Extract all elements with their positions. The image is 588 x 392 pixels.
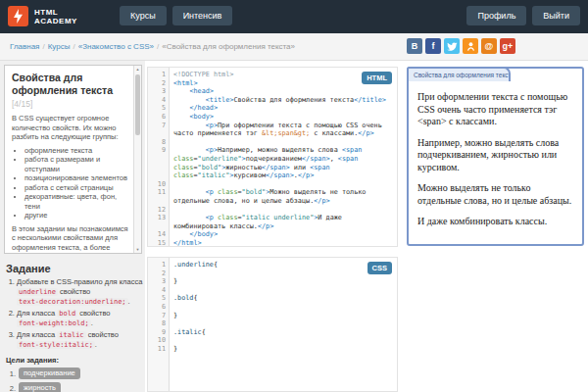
line-number: 12: [148, 206, 170, 215]
browser-preview: Свойства для оформления текста При оформ…: [407, 67, 584, 246]
code-line: 5.bold{: [148, 294, 397, 303]
lesson-progress: [4/15]: [12, 99, 32, 109]
task-title: Задание: [6, 263, 143, 274]
breadcrumb-separator: /: [157, 42, 159, 51]
line-number: 9: [148, 146, 170, 155]
scroll-up-icon[interactable]: ▲: [134, 67, 141, 72]
code-line: 10: [148, 180, 397, 189]
line-number: 4: [148, 96, 170, 105]
task-text: .: [128, 297, 130, 306]
code-text: </body>: [170, 230, 397, 239]
code-text: </head>: [170, 104, 397, 113]
task-text: Для класса: [17, 309, 57, 318]
code-text: }: [170, 277, 397, 286]
task-panel: Задание Добавьте в CSS-правило для класс…: [6, 263, 143, 392]
twitter-icon[interactable]: [444, 38, 460, 54]
code-text: [170, 138, 397, 147]
code-text: [170, 180, 397, 189]
lesson-title: Свойства для оформления текста [4/15]: [12, 72, 129, 111]
task-step-3: Для класса italic свойство font-style:it…: [17, 330, 143, 350]
theory-paragraph-1: В CSS существует огромное количество сво…: [12, 114, 129, 142]
htmlacademy-logo-text: HTML ACADEMY: [34, 8, 77, 25]
code-text: [170, 286, 397, 295]
task-text: Для класса: [17, 330, 57, 339]
breadcrumb-item-2[interactable]: «Знакомство с CSS»: [78, 42, 154, 51]
html-badge: HTML: [362, 72, 392, 84]
line-number: 6: [148, 113, 170, 122]
line-number: 8: [148, 138, 170, 147]
line-number: 4: [148, 286, 170, 295]
code-line: 1<!DOCTYPE html>: [148, 71, 397, 79]
code-text: <head>: [170, 87, 397, 96]
code-line: 3 <head>: [148, 87, 397, 96]
task-text: .: [95, 340, 97, 349]
line-number: 10: [148, 180, 170, 189]
line-number: 1: [148, 71, 170, 79]
vk-icon[interactable]: В: [407, 38, 422, 54]
theory-bullet-list: оформление текстаработа с размерами и от…: [24, 146, 129, 220]
breadcrumb-separator: /: [42, 42, 44, 51]
breadcrumb-separator: /: [73, 42, 74, 51]
navbar-right: ПрофильВыйти: [466, 6, 580, 25]
nav-right-button-0[interactable]: Профиль: [466, 6, 526, 25]
line-number: 14: [148, 230, 170, 239]
scrollbar-thumb[interactable]: [135, 74, 140, 135]
mailru-icon[interactable]: @: [481, 38, 497, 54]
code-line: 15</html>: [148, 239, 397, 247]
line-number: 3: [148, 87, 170, 96]
goals-title: Цели задания:: [6, 356, 143, 365]
facebook-icon[interactable]: f: [425, 38, 441, 54]
top-navbar: HTML ACADEMY КурсыИнтенсив ПрофильВыйти: [0, 0, 588, 33]
code-text: [170, 303, 397, 312]
nav-button-0[interactable]: Курсы: [120, 6, 167, 25]
code-text: <body>: [170, 113, 397, 122]
code-text: .italic{: [170, 328, 397, 337]
code-line: 5 </head>: [148, 104, 397, 113]
task-step-2: Для класса bold свойство font-weight:bol…: [17, 309, 143, 328]
line-number: 10: [148, 336, 170, 345]
html-editor[interactable]: 1<!DOCTYPE html>2<html>3 <head>4 <title>…: [147, 67, 398, 247]
line-number: 7: [148, 122, 170, 130]
navbar-menu: КурсыИнтенсив: [120, 6, 232, 25]
googleplus-icon[interactable]: g+: [500, 38, 515, 54]
code-line: 12: [148, 206, 397, 215]
task-text: Добавьте в CSS-правило для класса: [17, 277, 142, 286]
goal-badge: подчеркивание: [19, 368, 80, 379]
nav-right-button-1[interactable]: Выйти: [532, 6, 580, 25]
odnoklassniki-icon[interactable]: [463, 38, 478, 54]
code-line: 11}: [148, 345, 397, 354]
line-number: 15: [148, 239, 170, 247]
theory-bullet: декоративные: цвета, фон, тени: [24, 192, 129, 211]
preview-paragraph: Можно выделять не только отдельные слова…: [417, 182, 573, 207]
breadcrumb-item-0[interactable]: Главная: [10, 42, 39, 51]
code-text: <p class="bold">Можно выделять не только…: [170, 188, 397, 205]
task-step-1: Добавьте в CSS-правило для класса underl…: [17, 277, 143, 307]
theory-scrollbar[interactable]: ▲ ▼: [133, 66, 141, 253]
breadcrumb: Главная/Курсы/«Знакомство с CSS»/«Свойст…: [10, 42, 295, 51]
htmlacademy-logo[interactable]: HTML ACADEMY: [8, 6, 77, 26]
code-line: 6 <body>: [148, 113, 397, 122]
code-line: 10: [148, 336, 397, 345]
code-text: [170, 270, 397, 278]
preview-paragraph: И даже комбинировать классы.: [417, 216, 573, 228]
task-text: .: [91, 318, 93, 327]
code-line: 9 <p>Например, можно выделять слова <spa…: [148, 146, 397, 179]
line-number: 5: [148, 294, 170, 303]
task-text: свойство: [58, 287, 90, 296]
goal-row: 2.жирность: [6, 382, 143, 392]
line-number: 5: [148, 104, 170, 113]
scroll-down-icon[interactable]: ▼: [134, 247, 141, 252]
css-editor[interactable]: 1.underline{23}45.bold{67}89.italic{1011…: [147, 257, 398, 392]
theory-bullet: работа с сеткой страницы: [24, 183, 129, 193]
preview-paragraph: При оформлении текста с помощью CSS очен…: [417, 91, 573, 128]
code-text: [170, 206, 397, 215]
theory-bullet: позиционирование элементов: [24, 173, 129, 183]
nav-button-1[interactable]: Интенсив: [172, 6, 233, 25]
social-share-icons: Вf@g+: [407, 38, 515, 54]
line-number: 2: [148, 270, 170, 278]
breadcrumb-item-1[interactable]: Курсы: [48, 42, 71, 51]
line-number: 11: [148, 345, 170, 354]
code-text: .bold{: [170, 294, 397, 303]
line-number: 3: [148, 277, 170, 286]
task-code-snippet: italic: [57, 331, 85, 339]
